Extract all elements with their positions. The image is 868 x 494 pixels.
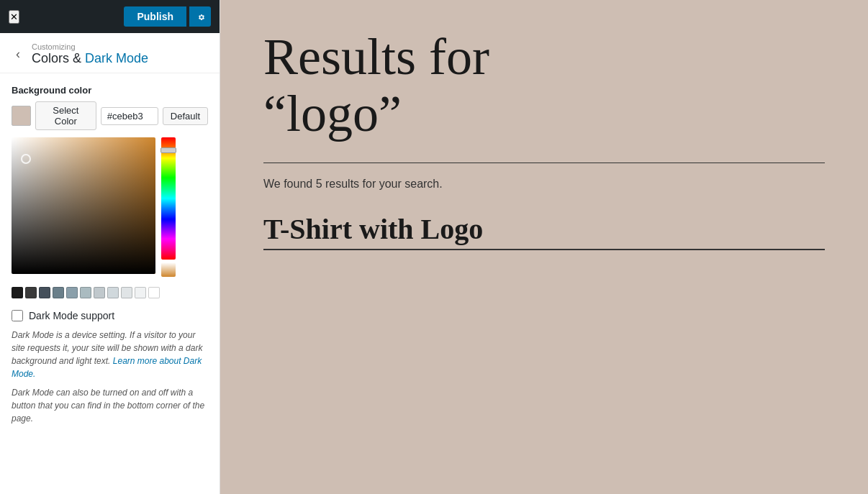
color-swatch-small[interactable] xyxy=(53,287,64,298)
results-divider xyxy=(263,163,825,163)
alpha-slider[interactable] xyxy=(161,262,176,277)
bg-color-controls: Select Color Default xyxy=(12,101,208,130)
color-swatches-row xyxy=(12,287,208,298)
color-swatch-small[interactable] xyxy=(135,287,146,298)
dark-mode-label[interactable]: Dark Mode support xyxy=(29,310,114,321)
hue-thumb xyxy=(161,147,176,153)
publish-area: Publish xyxy=(124,6,211,27)
top-bar: ✕ Publish xyxy=(0,0,220,33)
default-button[interactable]: Default xyxy=(163,107,208,125)
color-swatch-small[interactable] xyxy=(39,287,50,298)
preview-panel: Results for “logo” We found 5 results fo… xyxy=(220,0,868,494)
content-area: Background color Select Color Default xyxy=(0,73,220,494)
color-picker-container xyxy=(12,137,208,277)
color-swatch-small[interactable] xyxy=(148,287,160,298)
back-button[interactable]: ‹ xyxy=(12,45,24,63)
dark-mode-checkbox-row: Dark Mode support xyxy=(12,310,208,321)
section-title-part1: Colors & xyxy=(32,51,85,65)
results-count: We found 5 results for your search. xyxy=(263,178,825,191)
dark-mode-description: Dark Mode is a device setting. If a visi… xyxy=(12,329,208,380)
section-title: Colors & Dark Mode xyxy=(32,51,148,66)
color-swatch-small[interactable] xyxy=(80,287,91,298)
select-color-button[interactable]: Select Color xyxy=(35,101,96,130)
color-swatch-small[interactable] xyxy=(94,287,105,298)
color-swatch-small[interactable] xyxy=(107,287,119,298)
product-title: T-Shirt with Logo xyxy=(263,212,825,250)
color-swatch-small[interactable] xyxy=(25,287,37,298)
customizing-label: Customizing xyxy=(32,42,148,51)
header-nav: ‹ Customizing Colors & Dark Mode xyxy=(0,33,220,73)
color-swatch-small[interactable] xyxy=(121,287,132,298)
bg-color-label: Background color xyxy=(12,85,208,96)
header-text-group: Customizing Colors & Dark Mode xyxy=(32,42,148,66)
color-swatch[interactable] xyxy=(12,106,31,126)
section-title-part2: Dark Mode xyxy=(85,51,148,65)
hue-panel xyxy=(161,137,176,277)
gear-icon xyxy=(195,12,205,22)
saturation-gradient xyxy=(12,137,155,274)
results-heading-line2: “logo” xyxy=(263,85,402,142)
dark-mode-description2: Dark Mode can also be turned on and off … xyxy=(12,386,208,425)
color-swatch-small[interactable] xyxy=(66,287,78,298)
publish-button[interactable]: Publish xyxy=(124,6,186,27)
bg-color-section: Background color Select Color Default xyxy=(12,85,208,298)
hex-input[interactable] xyxy=(101,107,158,125)
close-button[interactable]: ✕ xyxy=(9,10,19,24)
publish-settings-button[interactable] xyxy=(189,6,211,27)
color-swatch-small[interactable] xyxy=(12,287,23,298)
dark-mode-section: Dark Mode support Dark Mode is a device … xyxy=(12,310,208,434)
dark-mode-checkbox[interactable] xyxy=(12,310,23,321)
results-heading-line1: Results for xyxy=(263,28,489,86)
results-heading: Results for “logo” xyxy=(263,29,825,142)
saturation-panel[interactable] xyxy=(12,137,155,274)
close-icon: ✕ xyxy=(10,12,18,22)
hue-slider[interactable] xyxy=(161,137,176,260)
